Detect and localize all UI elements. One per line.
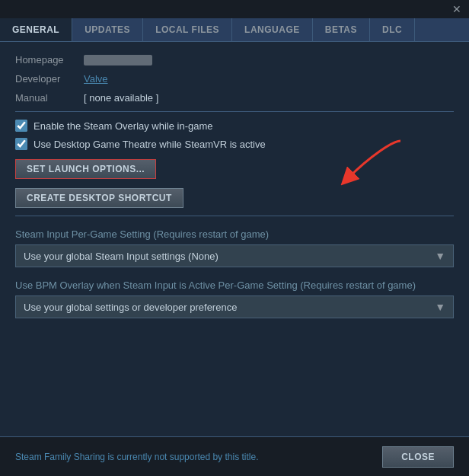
divider-2 — [15, 216, 454, 216]
steam-input-label: Steam Input Per-Game Setting (Requires r… — [15, 228, 454, 240]
desktop-shortcut-row: CREATE DESKTOP SHORTCUT — [15, 188, 454, 208]
theatre-checkbox-row: Use Desktop Game Theatre while SteamVR i… — [15, 138, 454, 150]
steam-input-dropdown[interactable]: Use your global Steam Input settings (No… — [15, 244, 454, 267]
overlay-checkbox[interactable] — [15, 120, 27, 132]
bpm-overlay-dropdown[interactable]: Use your global settings or developer pr… — [15, 296, 454, 318]
manual-value: [ none available ] — [84, 92, 158, 104]
bpm-overlay-label: Use BPM Overlay when Steam Input is Acti… — [15, 280, 454, 291]
developer-value[interactable]: Valve — [84, 73, 108, 85]
divider-1 — [15, 111, 454, 112]
homepage-row: Homepage — [15, 54, 454, 65]
developer-row: Developer Valve — [15, 73, 454, 85]
footer-text[interactable]: Steam Family Sharing is currently not su… — [15, 452, 258, 462]
overlay-checkbox-row: Enable the Steam Overlay while in-game — [15, 120, 454, 132]
tab-localfiles[interactable]: LOCAL FILES — [143, 18, 232, 41]
manual-row: Manual [ none available ] — [15, 92, 454, 104]
bpm-overlay-dropdown-arrow: ▼ — [435, 301, 445, 313]
close-window-btn[interactable]: ✕ — [448, 2, 466, 16]
manual-label: Manual — [15, 92, 84, 104]
tab-dlc[interactable]: DLC — [370, 18, 415, 41]
theatre-checkbox-label: Use Desktop Game Theatre while SteamVR i… — [34, 139, 266, 150]
homepage-bar — [84, 55, 152, 65]
tab-general[interactable]: GENERAL — [0, 18, 72, 41]
close-button[interactable]: CLOSE — [382, 446, 454, 468]
tab-betas[interactable]: BETAS — [313, 18, 370, 41]
launch-options-row: SET LAUNCH OPTIONS... — [15, 159, 454, 179]
footer: Steam Family Sharing is currently not su… — [0, 436, 469, 476]
steam-input-dropdown-text: Use your global Steam Input settings (No… — [24, 251, 435, 262]
title-bar: ✕ — [0, 0, 469, 18]
theatre-checkbox[interactable] — [15, 138, 27, 150]
overlay-checkbox-label: Enable the Steam Overlay while in-game — [34, 120, 213, 132]
create-desktop-shortcut-btn[interactable]: CREATE DESKTOP SHORTCUT — [15, 188, 183, 208]
tab-language[interactable]: LANGUAGE — [232, 18, 313, 41]
tabs-bar: GENERAL UPDATES LOCAL FILES LANGUAGE BET… — [0, 18, 469, 42]
steam-input-dropdown-arrow: ▼ — [435, 250, 445, 262]
tab-updates[interactable]: UPDATES — [72, 18, 143, 41]
homepage-label: Homepage — [15, 54, 84, 65]
main-content: Homepage Developer Valve Manual [ none a… — [0, 42, 469, 432]
set-launch-options-btn[interactable]: SET LAUNCH OPTIONS... — [15, 159, 156, 179]
bpm-overlay-dropdown-text: Use your global settings or developer pr… — [24, 302, 435, 313]
developer-label: Developer — [15, 73, 84, 85]
